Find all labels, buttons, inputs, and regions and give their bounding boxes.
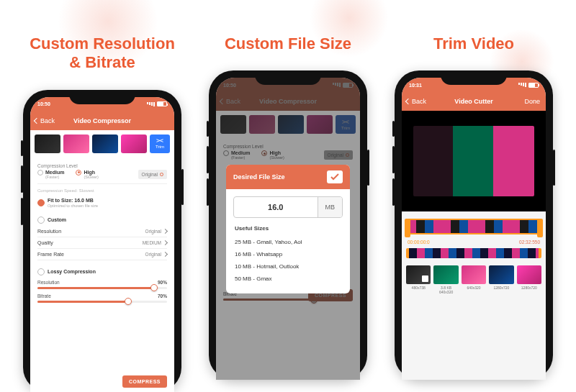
modal-overlay: Desired File Size 16.0 MB Useful Sizes 2…: [216, 78, 360, 380]
slider-resolution-value: 90%: [158, 280, 167, 285]
clip-caption: 480x738: [406, 286, 431, 290]
compression-level-label: Compression Level: [37, 163, 167, 168]
modal-title: Desired File Size: [233, 173, 285, 181]
original-label: Original: [142, 172, 158, 177]
chevron-right-icon: [163, 240, 168, 245]
slider-bitrate[interactable]: Bitrate70%: [37, 291, 167, 305]
fit-size-label: Fit to Size: 16.0 MB: [48, 198, 94, 203]
check-icon: [330, 173, 339, 181]
slider-bitrate-value: 70%: [158, 293, 167, 298]
phone-2: 10:50 Back Video Compressor Trim Compres…: [209, 70, 367, 380]
nav-bar: Back Video Cutter Done: [402, 92, 546, 111]
thumb-1[interactable]: [35, 135, 60, 153]
useful-sizes-label: Useful Sizes: [235, 225, 341, 232]
trim-end-time: 02:32:550: [519, 240, 540, 245]
radio-icon: [76, 170, 81, 176]
nav-title: Video Cutter: [454, 98, 492, 105]
clip-caption: 3.8 KB 640x320: [433, 286, 458, 294]
speed-note: Compression Speed: Slowest: [37, 188, 167, 193]
clips-timeline[interactable]: [406, 248, 541, 258]
row-resolution[interactable]: Resolution Original: [37, 226, 167, 237]
trim-handle-right[interactable]: [537, 219, 543, 237]
radio-medium[interactable]: Medium(Faster): [37, 170, 64, 179]
clip-caption: 1280x720: [489, 286, 513, 290]
clip-caption: 1280x720: [517, 286, 541, 290]
slider-bitrate-label: Bitrate: [37, 293, 51, 298]
row-quality[interactable]: Quality MEDIUM: [37, 237, 167, 249]
useful-size-item[interactable]: 25 MB - Gmail, Yahoo, Aol: [235, 236, 341, 248]
nav-bar: Back Video Compressor: [30, 111, 174, 130]
custom-radio[interactable]: [37, 216, 45, 224]
radio-high-sub: (Slower): [84, 175, 98, 179]
quality-label: Quality: [37, 240, 53, 245]
thumb-3[interactable]: [92, 135, 118, 153]
row-framerate[interactable]: Frame Rate Original: [37, 249, 167, 260]
chevron-right-icon: [163, 252, 168, 257]
file-size-input[interactable]: 16.0 MB: [233, 196, 343, 218]
showcase-col-2: Custom File Size 10:50 Back Video Compre…: [203, 13, 373, 392]
resolution-value: Original: [145, 229, 161, 234]
clip-caption: 640x320: [462, 286, 486, 290]
radio-medium-label: Medium: [45, 170, 64, 175]
scissors-icon: [156, 138, 163, 144]
original-button[interactable]: Original: [138, 170, 167, 179]
status-time: 10:50: [37, 101, 50, 106]
lossy-label: Lossy Compression: [48, 269, 167, 274]
resolution-label: Resolution: [37, 229, 61, 234]
phone-1: 10:50 Back Video Compressor Trim Compres…: [23, 90, 181, 392]
radio-high[interactable]: High(Slower): [76, 170, 98, 179]
trim-handle-left[interactable]: [405, 219, 410, 237]
framerate-value: Original: [145, 252, 161, 257]
clip-card[interactable]: 480x738: [406, 265, 431, 294]
slider-resolution-label: Resolution: [37, 280, 60, 285]
done-button[interactable]: Done: [524, 98, 540, 105]
back-button[interactable]: Back: [35, 117, 55, 124]
video-preview[interactable]: [402, 111, 546, 211]
useful-size-item[interactable]: 10 MB - Hotmail, Outlook: [235, 260, 341, 273]
chevron-left-icon: [405, 99, 411, 104]
thumbnail-strip: Trim: [30, 130, 174, 158]
trim-timeline[interactable]: [406, 219, 541, 234]
radio-icon: [160, 173, 163, 176]
trim-button[interactable]: Trim: [150, 135, 170, 153]
chevron-right-icon: [163, 229, 168, 234]
compress-button[interactable]: COMPRESS: [122, 375, 167, 388]
back-button[interactable]: Back: [406, 98, 426, 105]
custom-label: Custom: [48, 217, 167, 222]
nav-title: Video Compressor: [73, 117, 131, 124]
thumb-2[interactable]: [63, 135, 89, 153]
clip-card[interactable]: 1280x720: [517, 265, 541, 294]
fit-size-sub: Optimized to chosen file size: [48, 204, 98, 208]
fit-size-radio[interactable]: [37, 199, 45, 206]
useful-size-item[interactable]: 16 MB - Whatsapp: [235, 248, 341, 260]
clip-card[interactable]: 1280x720: [489, 265, 513, 294]
radio-icon: [37, 170, 43, 176]
radio-medium-sub: (Faster): [45, 175, 64, 179]
chevron-left-icon: [34, 118, 40, 124]
clip-card[interactable]: 3.8 KB 640x320: [433, 265, 458, 294]
file-size-value: 16.0: [234, 197, 318, 217]
slider-resolution[interactable]: Resolution90%: [37, 278, 167, 291]
file-size-unit: MB: [318, 197, 343, 217]
useful-size-item[interactable]: 50 MB - Gmax: [235, 273, 341, 285]
back-label: Back: [412, 98, 426, 105]
radio-high-label: High: [84, 170, 95, 175]
file-size-modal: Desired File Size 16.0 MB Useful Sizes 2…: [226, 165, 350, 293]
quality-value: MEDIUM: [143, 240, 161, 245]
phone-3: 10:31 Back Video Cutter Done 00:00:00:0 …: [395, 70, 553, 380]
trim-label: Trim: [156, 145, 164, 149]
clip-card[interactable]: 640x320: [462, 265, 486, 294]
thumb-4[interactable]: [121, 135, 147, 153]
back-label: Back: [40, 117, 55, 124]
clip-grid: 480x738 3.8 KB 640x320 640x320 1280x720 …: [402, 265, 546, 294]
lossy-radio[interactable]: [37, 268, 45, 275]
framerate-label: Frame Rate: [37, 252, 64, 257]
modal-confirm-button[interactable]: [327, 170, 343, 183]
status-time: 10:31: [409, 83, 422, 88]
preview-frame: [413, 126, 534, 196]
trim-start-time: 00:00:00:0: [408, 240, 430, 245]
